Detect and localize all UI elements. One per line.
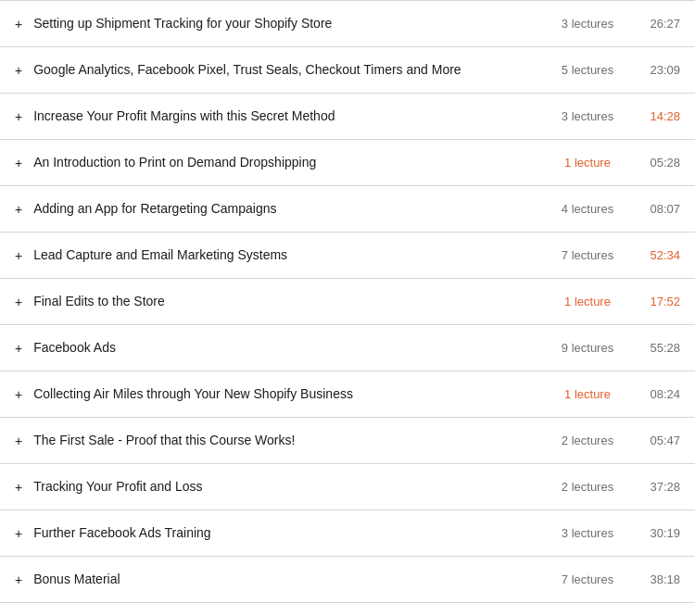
course-item[interactable]: +Bonus Material7 lectures38:18: [0, 557, 695, 603]
lectures-count: 3 lectures: [546, 109, 629, 123]
course-item[interactable]: +Further Facebook Ads Training3 lectures…: [0, 510, 695, 557]
course-item[interactable]: +Adding an App for Retargeting Campaigns…: [0, 186, 695, 233]
course-item[interactable]: +Collecting Air Miles through Your New S…: [0, 371, 695, 418]
course-title: Adding an App for Retargeting Campaigns: [33, 200, 546, 219]
course-item[interactable]: +Google Analytics, Facebook Pixel, Trust…: [0, 47, 695, 94]
course-item[interactable]: +Increase Your Profit Margins with this …: [0, 94, 695, 140]
course-duration: 37:28: [629, 480, 680, 494]
expand-icon[interactable]: +: [15, 202, 22, 217]
course-item[interactable]: +Lead Capture and Email Marketing System…: [0, 233, 695, 279]
expand-icon[interactable]: +: [15, 480, 22, 495]
course-duration: 05:28: [629, 156, 680, 170]
course-title: The First Sale - Proof that this Course …: [33, 432, 546, 450]
course-title: Lead Capture and Email Marketing Systems: [33, 246, 546, 265]
lectures-count: 9 lectures: [546, 341, 629, 355]
lectures-count: 2 lectures: [546, 434, 629, 447]
lectures-count: 1 lecture: [546, 387, 629, 401]
course-item[interactable]: +The First Sale - Proof that this Course…: [0, 418, 695, 464]
course-item[interactable]: +Final Edits to the Store1 lecture17:52: [0, 279, 695, 325]
course-item[interactable]: +An Introduction to Print on Demand Drop…: [0, 140, 695, 186]
lectures-count: 7 lectures: [546, 572, 629, 586]
lectures-count: 3 lectures: [546, 17, 629, 31]
expand-icon[interactable]: +: [15, 156, 22, 170]
lectures-count: 3 lectures: [546, 526, 629, 540]
expand-icon[interactable]: +: [15, 17, 22, 31]
expand-icon[interactable]: +: [15, 434, 22, 448]
course-duration: 17:52: [629, 295, 680, 308]
course-title: Bonus Material: [33, 571, 546, 589]
course-item[interactable]: +Setting up Shipment Tracking for your S…: [0, 1, 695, 47]
course-duration: 26:27: [629, 17, 680, 31]
course-duration: 08:07: [629, 202, 680, 216]
lectures-count: 1 lecture: [546, 156, 629, 170]
course-title: Collecting Air Miles through Your New Sh…: [33, 385, 546, 404]
lectures-count: 5 lectures: [546, 63, 629, 77]
course-title: Facebook Ads: [33, 339, 546, 358]
expand-icon[interactable]: +: [15, 341, 22, 356]
expand-icon[interactable]: +: [15, 387, 22, 402]
course-title: Final Edits to the Store: [33, 293, 546, 311]
expand-icon[interactable]: +: [15, 248, 22, 263]
expand-icon[interactable]: +: [15, 295, 22, 309]
course-title: An Introduction to Print on Demand Drops…: [33, 154, 546, 172]
course-list: +Setting up Shipment Tracking for your S…: [0, 0, 695, 603]
course-title: Setting up Shipment Tracking for your Sh…: [33, 15, 546, 33]
lectures-count: 7 lectures: [546, 248, 629, 262]
lectures-count: 2 lectures: [546, 480, 629, 494]
expand-icon[interactable]: +: [15, 572, 22, 587]
course-duration: 14:28: [629, 109, 680, 123]
course-item[interactable]: +Tracking Your Profit and Loss2 lectures…: [0, 464, 695, 510]
expand-icon[interactable]: +: [15, 526, 22, 541]
course-title: Tracking Your Profit and Loss: [33, 478, 546, 497]
expand-icon[interactable]: +: [15, 63, 22, 78]
expand-icon[interactable]: +: [15, 109, 22, 124]
course-duration: 30:19: [629, 526, 680, 540]
course-duration: 23:09: [629, 63, 680, 77]
course-duration: 08:24: [629, 387, 680, 401]
lectures-count: 4 lectures: [546, 202, 629, 216]
course-duration: 38:18: [629, 572, 680, 586]
course-duration: 05:47: [629, 434, 680, 447]
course-duration: 52:34: [629, 248, 680, 262]
lectures-count: 1 lecture: [546, 295, 629, 308]
course-item[interactable]: +Facebook Ads9 lectures55:28: [0, 325, 695, 371]
course-duration: 55:28: [629, 341, 680, 355]
course-title: Further Facebook Ads Training: [33, 524, 546, 543]
course-title: Increase Your Profit Margins with this S…: [33, 107, 546, 126]
course-title: Google Analytics, Facebook Pixel, Trust …: [33, 61, 546, 80]
